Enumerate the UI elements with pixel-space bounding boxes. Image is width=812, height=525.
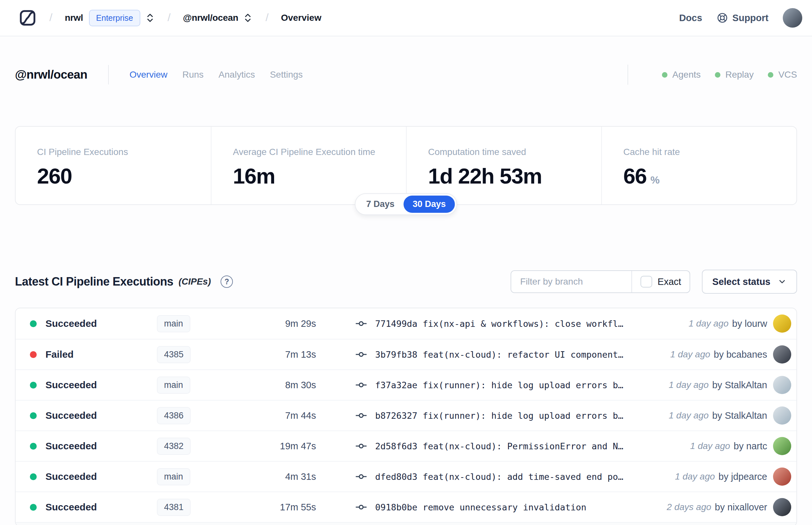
row-avatar xyxy=(773,437,791,455)
duration: 4m 31s xyxy=(238,471,316,482)
status-label: Succeeded xyxy=(45,440,97,452)
service-label: Replay xyxy=(725,70,753,80)
cipes-title-group: Latest CI Pipeline Executions (CIPEs) ? xyxy=(15,275,233,288)
stat-label: Cache hit rate xyxy=(623,147,790,157)
service-status-agents[interactable]: Agents xyxy=(662,70,701,80)
time-ago: 1 day ago xyxy=(670,349,710,360)
org-selector[interactable]: nrwl Enterprise xyxy=(65,10,155,26)
stat-label: Computation time saved xyxy=(428,147,595,157)
tab-overview[interactable]: Overview xyxy=(129,70,168,80)
duration: 19m 47s xyxy=(238,441,316,452)
status-dot xyxy=(30,320,37,327)
range-option-7-days[interactable]: 7 Days xyxy=(357,196,403,213)
service-status-replay[interactable]: Replay xyxy=(715,70,753,80)
docs-link[interactable]: Docs xyxy=(679,13,702,24)
cipe-row[interactable]: Failed 4385 7m 13s 3b79fb38 feat(nx-clou… xyxy=(16,339,796,370)
branch-badge: main xyxy=(157,468,190,485)
breadcrumb-separator: / xyxy=(265,11,268,24)
docs-label: Docs xyxy=(679,13,702,24)
status-label: Succeeded xyxy=(45,471,97,482)
status-dot xyxy=(30,382,37,389)
status-label: Succeeded xyxy=(45,501,97,513)
cipe-row[interactable]: Succeeded main 4m 31s dfed80d3 feat(nx-c… xyxy=(16,461,796,492)
breadcrumb-separator: / xyxy=(168,11,170,24)
git-commit-icon xyxy=(355,379,367,391)
support-label: Support xyxy=(732,13,768,24)
divider xyxy=(108,65,109,85)
row-avatar xyxy=(773,467,791,486)
status-dot xyxy=(30,351,37,358)
branch-badge: 4386 xyxy=(157,407,191,424)
duration: 8m 30s xyxy=(238,380,316,390)
cipe-row[interactable]: Succeeded 4382 19m 47s 2d58f6d3 feat(nx-… xyxy=(16,431,796,461)
stat-card-average-execution-time: Average CI Pipeline Execution time 16m xyxy=(211,127,406,204)
tab-runs[interactable]: Runs xyxy=(182,70,203,80)
stat-label: CI Pipeline Executions xyxy=(37,147,204,157)
duration: 9m 29s xyxy=(238,318,316,329)
workspace-header: @nrwl/ocean Overview Runs Analytics Sett… xyxy=(0,64,812,86)
commit-text: 3b79fb38 feat(nx-cloud): refactor UI com… xyxy=(375,349,623,360)
stat-card-cache-hit-rate: Cache hit rate 66 % xyxy=(601,127,796,204)
stat-value: 260 xyxy=(37,165,72,187)
cipe-row[interactable]: Succeeded 4386 7m 44s b8726327 fix(runne… xyxy=(16,400,796,431)
user-avatar[interactable] xyxy=(783,8,802,28)
next-row-partial xyxy=(16,522,796,525)
cipes-table: Succeeded main 9m 29s 771499da fix(nx-ap… xyxy=(15,308,797,525)
branch-filter-input[interactable] xyxy=(511,271,631,292)
cipes-header: Latest CI Pipeline Executions (CIPEs) ? … xyxy=(15,271,797,293)
cipes-controls: Exact Select status xyxy=(510,270,797,294)
status-label: Succeeded xyxy=(45,410,97,421)
time-ago: 1 day ago xyxy=(669,410,709,421)
service-statuses: Agents Replay VCS xyxy=(628,65,797,85)
range-option-30-days[interactable]: 30 Days xyxy=(403,196,455,213)
exact-label: Exact xyxy=(658,276,681,287)
support-link[interactable]: Support xyxy=(717,12,768,24)
stat-card-computation-time-saved: Computation time saved 1d 22h 53m xyxy=(406,127,601,204)
cipe-row[interactable]: Succeeded main 8m 30s f37a32ae fix(runne… xyxy=(16,370,796,400)
nx-cloud-logo[interactable] xyxy=(18,9,37,27)
divider xyxy=(628,65,628,85)
workspace-selector[interactable]: @nrwl/ocean xyxy=(183,12,253,24)
row-avatar xyxy=(773,406,791,425)
row-avatar xyxy=(773,314,791,333)
status-select-label: Select status xyxy=(712,276,770,287)
branch-badge: main xyxy=(157,376,190,394)
author: by nixallover xyxy=(715,502,767,513)
status-label: Failed xyxy=(45,349,74,360)
time-ago: 1 day ago xyxy=(669,380,709,390)
status-label: Succeeded xyxy=(45,379,97,390)
status-label: Succeeded xyxy=(45,318,97,329)
commit-text: f37a32ae fix(runner): hide log upload er… xyxy=(375,380,623,390)
status-select-button[interactable]: Select status xyxy=(702,270,797,294)
enterprise-badge: Enterprise xyxy=(89,10,140,26)
cipe-row[interactable]: Succeeded 4381 17m 55s 0918b0be remove u… xyxy=(16,492,796,522)
chevron-selector-icon[interactable] xyxy=(243,12,253,24)
breadcrumb-page: Overview xyxy=(281,13,322,23)
service-status-vcs[interactable]: VCS xyxy=(768,70,797,80)
author: by nartc xyxy=(734,441,767,452)
workspace-tabs: Overview Runs Analytics Settings xyxy=(129,70,303,80)
stat-card-ci-pipeline-executions: CI Pipeline Executions 260 xyxy=(16,127,211,204)
tab-analytics[interactable]: Analytics xyxy=(219,70,255,80)
topbar: / nrwl Enterprise / @nrwl/ocean / Overvi… xyxy=(0,0,812,36)
tab-settings[interactable]: Settings xyxy=(270,70,303,80)
exact-checkbox[interactable] xyxy=(641,276,652,287)
time-ago: 1 day ago xyxy=(689,318,729,329)
commit-text: dfed80d3 feat(nx-cloud): add time-saved … xyxy=(375,472,623,482)
status-dot xyxy=(30,504,37,511)
chevron-selector-icon[interactable] xyxy=(145,12,155,24)
duration: 17m 55s xyxy=(238,502,316,513)
branch-badge: 4382 xyxy=(157,438,191,455)
section-title-suffix: (CIPEs) xyxy=(179,276,211,287)
author: by StalkAltan xyxy=(712,410,767,421)
section-title: Latest CI Pipeline Executions xyxy=(15,275,173,288)
workspace-title: @nrwl/ocean xyxy=(15,68,87,81)
commit-text: b8726327 fix(runner): hide log upload er… xyxy=(375,411,623,421)
stat-value: 16m xyxy=(233,165,275,187)
breadcrumb: / nrwl Enterprise / @nrwl/ocean / Overvi… xyxy=(18,9,321,27)
topbar-actions: Docs Support xyxy=(679,8,802,28)
row-avatar xyxy=(773,376,791,394)
status-dot xyxy=(30,443,37,450)
help-icon[interactable]: ? xyxy=(220,275,233,288)
cipe-row[interactable]: Succeeded main 9m 29s 771499da fix(nx-ap… xyxy=(16,308,796,339)
